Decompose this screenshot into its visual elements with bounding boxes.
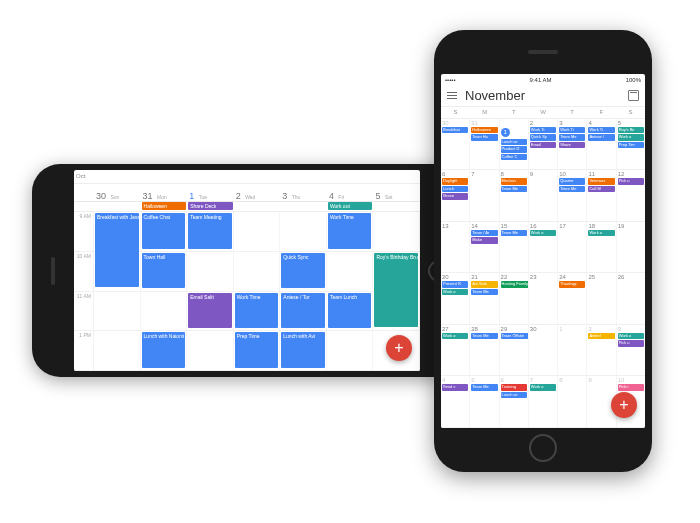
calendar-event[interactable]: Hosting Family for Thanksgiving [501, 281, 529, 287]
calendar-event[interactable]: Work o [442, 289, 468, 295]
calendar-event[interactable]: Call M [588, 186, 614, 192]
calendar-event[interactable]: Product D [501, 146, 527, 152]
day-cell[interactable]: 18Work o [587, 222, 616, 272]
calendar-event[interactable]: Quarter [559, 178, 585, 184]
calendar-event[interactable]: Work Time [328, 213, 372, 249]
day-cell[interactable]: 21Avi SaleTeam Me [470, 273, 499, 323]
calendar-event[interactable]: Lunch wi [501, 392, 527, 398]
hour-cell[interactable]: Roy's Birthday Brunch [373, 252, 420, 291]
week-grid[interactable]: 9 AMBreakfast with JessCoffee ChatTeam M… [74, 212, 420, 371]
day-cell[interactable]: 7Work o [529, 376, 558, 426]
calendar-event[interactable]: Work o [442, 333, 468, 339]
hour-cell[interactable]: Breakfast with Jess [94, 212, 141, 251]
hour-cell[interactable] [280, 212, 327, 251]
calendar-event[interactable]: Prep Tim [618, 142, 644, 148]
day-cell[interactable]: 20Present RWork o [441, 273, 470, 323]
day-cell[interactable]: 4Send c [441, 376, 470, 426]
day-cell[interactable]: 6DaylightLunchGroce [441, 170, 470, 220]
calendar-event[interactable]: Lunch wi [501, 139, 527, 145]
allday-event[interactable]: Work out [328, 202, 373, 210]
calendar-event[interactable]: Quick Sync [281, 253, 325, 289]
calendar-event[interactable]: Email Salit [188, 293, 232, 329]
hour-cell[interactable] [327, 252, 374, 291]
hour-cell[interactable]: Team Lunch [327, 292, 374, 331]
day-cell[interactable]: 15Team Me [500, 222, 529, 272]
day-cell[interactable]: 23 [529, 273, 558, 323]
calendar-event[interactable]: Lunch with Avi [281, 332, 325, 368]
hour-cell[interactable] [94, 252, 141, 291]
calendar-event[interactable]: Training [501, 384, 527, 390]
hour-cell[interactable]: Town Hall [141, 252, 188, 291]
day-cell[interactable]: 30 [529, 325, 558, 375]
month-title[interactable]: November [465, 88, 525, 103]
fab-add[interactable]: + [611, 392, 637, 418]
day-header[interactable]: 3 Thu [280, 184, 327, 201]
calendar-event[interactable]: Email [530, 142, 556, 148]
calendar-event[interactable]: Avi Sale [471, 281, 497, 287]
home-button[interactable] [529, 434, 557, 462]
day-cell[interactable]: 5Team Me [470, 376, 499, 426]
calendar-event[interactable]: Town Ha [471, 134, 497, 140]
day-header[interactable]: 4 Fri [327, 184, 374, 201]
day-cell[interactable]: 1 [558, 325, 587, 375]
calendar-event[interactable]: Breakfast [442, 127, 468, 133]
day-cell[interactable]: 12Pick u [617, 170, 645, 220]
day-cell[interactable]: 11VeteransCall M [587, 170, 616, 220]
calendar-event[interactable]: Daylight [442, 178, 468, 184]
day-cell[interactable]: 22Hosting Family for Thanksgiving [500, 273, 529, 323]
hour-cell[interactable]: Work Time [234, 292, 281, 331]
calendar-event[interactable]: Work Ti [559, 127, 585, 133]
calendar-event[interactable]: Coffee C [501, 154, 527, 160]
calendar-event[interactable]: Team Me [471, 289, 497, 295]
calendar-icon[interactable] [628, 90, 639, 101]
hour-cell[interactable]: Email Salit [187, 292, 234, 331]
day-cell[interactable]: 2Work TiQuick SyEmail [529, 119, 558, 169]
calendar-event[interactable]: Team Me [559, 186, 585, 192]
calendar-event[interactable]: Send c [442, 384, 468, 390]
day-cell[interactable]: 5Roy's BirWork oPrep Tim [617, 119, 645, 169]
hour-cell[interactable]: Prep Time [234, 331, 281, 370]
calendar-event[interactable]: Work Ti [530, 127, 556, 133]
day-cell[interactable]: 31HalloweenTown Ha [470, 119, 499, 169]
calendar-event[interactable]: Share [559, 142, 585, 148]
day-cell[interactable]: 7 [470, 170, 499, 220]
hour-cell[interactable]: Lunch with Naiomi [141, 331, 188, 370]
day-cell[interactable]: 28Team Me [470, 325, 499, 375]
calendar-event[interactable]: Present R [442, 281, 468, 287]
menu-icon[interactable] [447, 92, 457, 99]
day-cell[interactable]: 8 [558, 376, 587, 426]
calendar-event[interactable]: Work o [618, 333, 644, 339]
calendar-event[interactable]: Team Me [501, 186, 527, 192]
calendar-event[interactable]: Lunch with Naiomi [142, 332, 186, 368]
calendar-event[interactable]: Election [501, 178, 527, 184]
day-header[interactable]: 5 Sat [373, 184, 420, 201]
day-cell[interactable]: 27Work o [441, 325, 470, 375]
hour-cell[interactable] [373, 292, 420, 331]
calendar-event[interactable]: Team Me [471, 384, 497, 390]
hour-cell[interactable] [94, 331, 141, 370]
calendar-event[interactable]: Aniese / [588, 134, 614, 140]
day-cell[interactable]: 10QuarterTeam Me [558, 170, 587, 220]
day-cell[interactable]: 29Team Offsite [500, 325, 529, 375]
day-cell[interactable]: 13 [441, 222, 470, 272]
day-cell[interactable]: 3Work TiTeam MeShare [558, 119, 587, 169]
hour-cell[interactable] [373, 212, 420, 251]
calendar-event[interactable]: Pink i [618, 384, 644, 390]
day-header[interactable]: 1 Tue [187, 184, 234, 201]
day-cell[interactable]: 19 [617, 222, 645, 272]
calendar-event[interactable]: Team Me [559, 134, 585, 140]
hour-cell[interactable] [327, 331, 374, 370]
day-cell[interactable]: 9 [529, 170, 558, 220]
calendar-event[interactable]: Make [471, 237, 497, 243]
calendar-event[interactable]: Pick u [618, 178, 644, 184]
day-cell[interactable]: 16Work o [529, 222, 558, 272]
calendar-event[interactable]: Quick Sy [530, 134, 556, 140]
calendar-event[interactable]: Pick u [618, 340, 644, 346]
day-cell[interactable]: 25 [587, 273, 616, 323]
day-cell[interactable]: 3Work oPick u [617, 325, 645, 375]
allday-event[interactable]: Halloween [142, 202, 187, 210]
calendar-event[interactable]: Halloween [471, 127, 497, 133]
calendar-event[interactable]: Roy's Bir [618, 127, 644, 133]
calendar-event[interactable]: Lunch [442, 186, 468, 192]
calendar-event[interactable]: Thanksgi [559, 281, 585, 287]
